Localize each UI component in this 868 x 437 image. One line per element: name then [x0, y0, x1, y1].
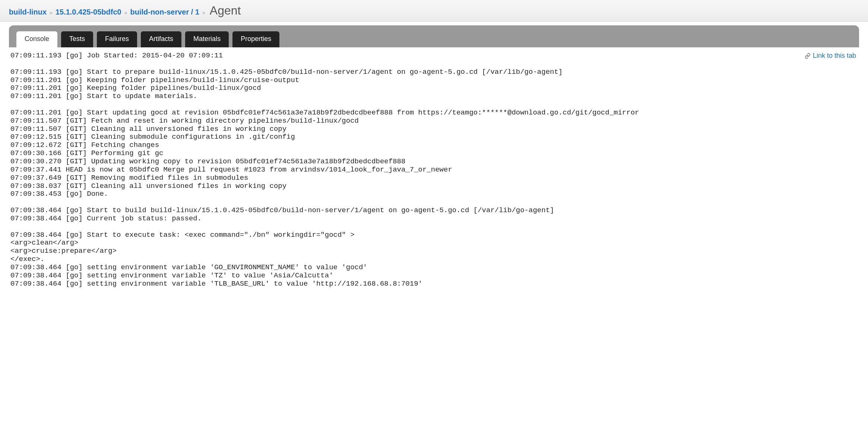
breadcrumb-link-pipeline[interactable]: build-linux [9, 8, 47, 16]
breadcrumb-link-stage[interactable]: build-non-server / 1 [130, 8, 199, 16]
tab-console[interactable]: Console [16, 31, 57, 47]
breadcrumb-sep: » [50, 10, 53, 16]
header-bar: build-linux » 15.1.0.425-05bdfc0 » build… [0, 0, 868, 22]
breadcrumb-sep: » [124, 10, 127, 16]
breadcrumb: build-linux » 15.1.0.425-05bdfc0 » build… [9, 4, 241, 18]
link-to-tab-wrap: Link to this tab [805, 52, 856, 60]
link-to-tab[interactable]: Link to this tab [813, 52, 856, 60]
console-output: 07:09:11.193 [go] Job Started: 2015-04-2… [9, 52, 859, 288]
link-icon [805, 53, 811, 59]
tab-properties[interactable]: Properties [232, 31, 279, 47]
tab-materials[interactable]: Materials [185, 31, 229, 47]
tab-tests[interactable]: Tests [61, 31, 93, 47]
breadcrumb-link-instance[interactable]: 15.1.0.425-05bdfc0 [56, 8, 121, 16]
page-title: Agent [210, 4, 241, 18]
tab-failures[interactable]: Failures [97, 31, 137, 47]
tab-content: Link to this tab 07:09:11.193 [go] Job S… [9, 47, 859, 295]
tab-artifacts[interactable]: Artifacts [141, 31, 181, 47]
breadcrumb-sep: » [202, 10, 205, 16]
tabs-bar: Console Tests Failures Artifacts Materia… [9, 25, 859, 47]
